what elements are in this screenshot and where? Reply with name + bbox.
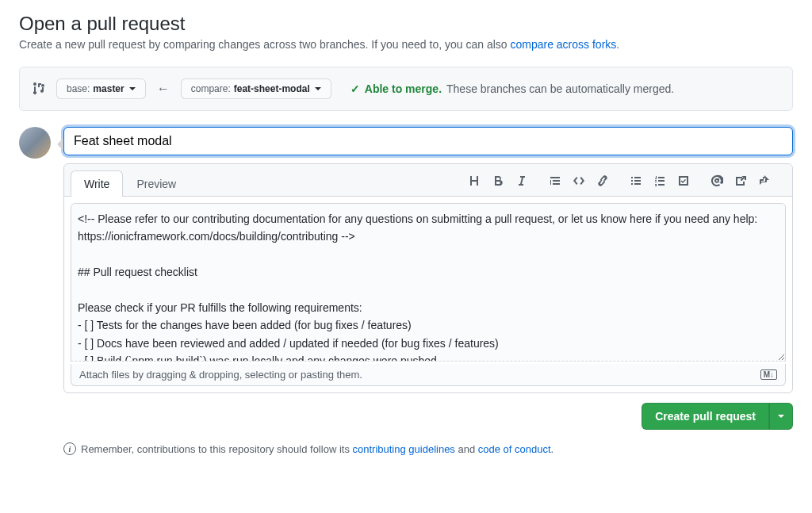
- caret-down-icon: [129, 87, 136, 90]
- subtitle-after: .: [616, 38, 619, 51]
- task-list-icon[interactable]: [673, 170, 694, 191]
- base-value: master: [93, 83, 124, 94]
- merge-status: ✓ Able to merge. These branches can be a…: [350, 82, 674, 95]
- reply-icon[interactable]: [754, 170, 775, 191]
- contributing-link[interactable]: contributing guidelines: [353, 443, 455, 455]
- footer-after: .: [551, 443, 554, 455]
- arrow-left-icon: ←: [157, 82, 170, 96]
- compare-forks-link[interactable]: compare across forks: [510, 38, 616, 51]
- code-icon[interactable]: [569, 170, 589, 191]
- cross-reference-icon[interactable]: [730, 170, 751, 191]
- check-icon: ✓: [350, 82, 360, 95]
- caret-down-icon: [778, 415, 784, 418]
- compare-value: feat-sheet-modal: [234, 83, 310, 94]
- conduct-link[interactable]: code of conduct: [478, 443, 551, 455]
- compare-box: base: master ← compare: feat-sheet-modal…: [19, 67, 793, 111]
- bullet-list-icon[interactable]: [626, 170, 646, 191]
- body-wrap: Attach files by dragging & dropping, sel…: [64, 197, 792, 392]
- create-pr-button[interactable]: Create pull request: [642, 403, 769, 430]
- page-subtitle: Create a new pull request by comparing c…: [19, 38, 793, 51]
- merge-desc-text: These branches can be automatically merg…: [446, 82, 674, 95]
- info-icon: i: [63, 442, 76, 455]
- compare-branch-button[interactable]: compare: feat-sheet-modal: [181, 78, 331, 99]
- subtitle-text: Create a new pull request by comparing c…: [19, 38, 510, 51]
- italic-icon[interactable]: [511, 170, 532, 191]
- tab-write[interactable]: Write: [71, 170, 123, 197]
- pr-area: Write Preview: [19, 127, 793, 455]
- caret-down-icon: [315, 87, 321, 90]
- markdown-icon[interactable]: M↓: [760, 369, 777, 380]
- bold-icon[interactable]: [488, 170, 508, 191]
- markdown-toolbar: [459, 170, 786, 196]
- git-compare-icon: [33, 82, 45, 97]
- quote-icon[interactable]: [545, 170, 565, 191]
- base-label: base:: [67, 83, 90, 94]
- link-icon[interactable]: [592, 170, 613, 191]
- base-branch-button[interactable]: base: master: [56, 78, 146, 99]
- numbered-list-icon[interactable]: [649, 170, 670, 191]
- compare-label: compare:: [191, 83, 231, 94]
- attach-bar[interactable]: Attach files by dragging & dropping, sel…: [71, 364, 786, 386]
- footer-before: Remember, contributions to this reposito…: [81, 443, 353, 455]
- heading-icon[interactable]: [464, 170, 485, 191]
- avatar[interactable]: [19, 127, 51, 159]
- footer-middle: and: [455, 443, 478, 455]
- actions: Create pull request: [63, 403, 793, 430]
- pr-title-input[interactable]: [63, 127, 793, 155]
- page-title: Open a pull request: [19, 13, 793, 35]
- attach-hint: Attach files by dragging & dropping, sel…: [79, 369, 362, 381]
- pr-body-textarea[interactable]: [71, 203, 786, 362]
- tabs-bar: Write Preview: [64, 164, 792, 197]
- footer-note: i Remember, contributions to this reposi…: [63, 442, 793, 455]
- mention-icon[interactable]: [707, 170, 727, 191]
- pr-body: Write Preview: [63, 127, 793, 455]
- create-pr-dropdown[interactable]: [769, 403, 793, 430]
- comment-box: Write Preview: [63, 163, 793, 393]
- tab-preview[interactable]: Preview: [123, 170, 190, 197]
- merge-able-text: Able to merge.: [365, 82, 442, 95]
